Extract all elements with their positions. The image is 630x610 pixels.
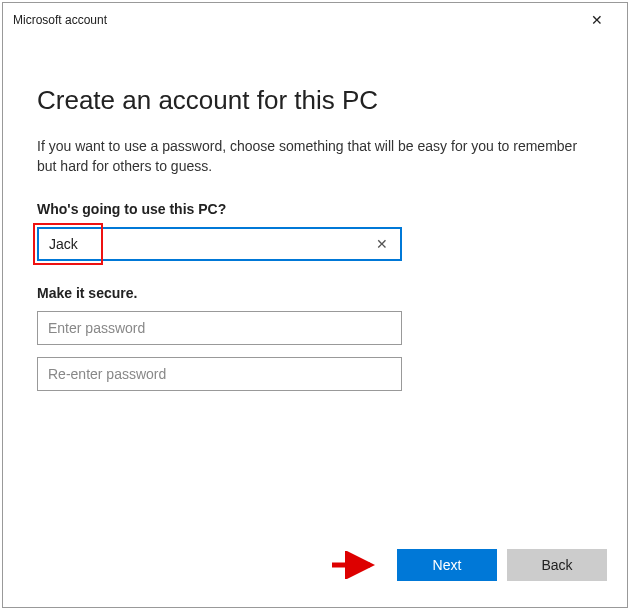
window-title: Microsoft account	[13, 13, 107, 27]
dialog-window: Microsoft account ✕ Create an account fo…	[2, 2, 628, 608]
next-button[interactable]: Next	[397, 549, 497, 581]
password-confirm-input[interactable]	[37, 357, 402, 391]
annotation-arrow-icon	[330, 551, 380, 579]
username-row: ✕	[37, 227, 593, 261]
footer-buttons: Next Back	[397, 549, 607, 581]
close-icon: ✕	[591, 12, 603, 28]
close-button[interactable]: ✕	[577, 6, 617, 34]
clear-input-button[interactable]: ✕	[372, 236, 392, 252]
titlebar: Microsoft account ✕	[3, 3, 627, 35]
password-confirm-row	[37, 357, 593, 391]
password-input[interactable]	[37, 311, 402, 345]
content-area: Create an account for this PC If you wan…	[3, 35, 627, 391]
back-button[interactable]: Back	[507, 549, 607, 581]
password-row	[37, 311, 593, 345]
page-heading: Create an account for this PC	[37, 85, 593, 116]
password-section-label: Make it secure.	[37, 285, 593, 301]
username-section-label: Who's going to use this PC?	[37, 201, 593, 217]
username-input[interactable]	[37, 227, 402, 261]
clear-icon: ✕	[376, 236, 388, 252]
page-description: If you want to use a password, choose so…	[37, 136, 593, 177]
